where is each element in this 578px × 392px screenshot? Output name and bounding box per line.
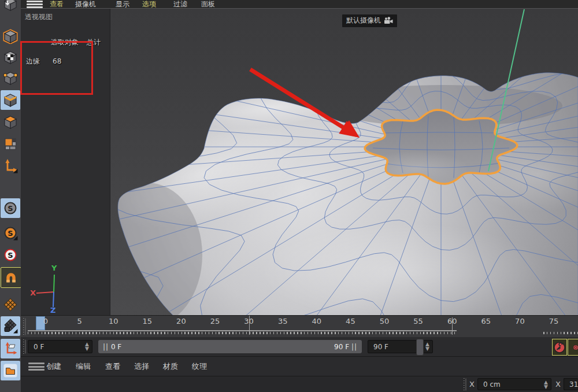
texture-mode-icon[interactable] <box>1 47 20 67</box>
material-menu-item[interactable]: 材质 <box>163 361 178 372</box>
axis-x-label: X <box>30 289 36 297</box>
timeline-tick-label: 45 <box>346 317 355 326</box>
viewport-3d[interactable]: 透视视图 选取对象总计 边缘68 默认摄像机 X Y Z <box>21 8 578 316</box>
make-editable-icon[interactable] <box>1 0 20 14</box>
coord-x-value: 0 cm <box>483 380 501 389</box>
axis-z-label: Z <box>50 306 55 313</box>
svg-text:S: S <box>8 204 13 213</box>
timeline-tick-label: 20 <box>176 317 186 326</box>
material-menu-item[interactable]: 创建 <box>46 361 61 372</box>
polygons-mode-icon[interactable] <box>1 112 20 132</box>
camera-badge[interactable]: 默认摄像机 <box>342 14 397 27</box>
material-menu-item[interactable]: 编辑 <box>76 361 91 372</box>
material-menu-item[interactable]: 选择 <box>134 361 149 372</box>
range-drag-handle[interactable] <box>23 339 24 354</box>
range-bar-right: 90 F || <box>334 343 357 351</box>
camera-icon <box>384 17 394 24</box>
model-mode-icon[interactable] <box>1 27 20 46</box>
uv-mode-icon[interactable] <box>1 134 20 154</box>
range-end-value: 90 F <box>373 343 388 351</box>
workplane-lock-icon[interactable] <box>1 316 20 336</box>
viewport-menu-item[interactable]: 显示 <box>116 0 129 8</box>
timeline-drag-handle[interactable] <box>23 318 24 335</box>
timeline-tick-label: 35 <box>278 317 288 326</box>
points-mode-icon[interactable] <box>1 68 20 88</box>
material-menu-hamburger-icon[interactable] <box>28 363 45 371</box>
ruler-ticks <box>28 332 457 334</box>
timeline-ruler[interactable]: 051015202530354045505560657075 <box>21 315 578 338</box>
viewport-menu-item[interactable]: 选项 <box>142 0 156 8</box>
content-browser-folder-icon[interactable] <box>1 361 20 380</box>
record-key-icon <box>553 341 566 354</box>
workplane-grid-icon[interactable] <box>1 295 20 315</box>
timeline-marker-line <box>249 316 250 335</box>
svg-text:S: S <box>8 229 13 238</box>
c4d-window: SSS 查看摄像机显示选项过滤面板 透视视图 选取对象总计 边缘68 默认摄像机 <box>0 0 578 392</box>
range-start-value: 0 F <box>34 343 44 351</box>
camera-badge-label: 默认摄像机 <box>346 16 381 25</box>
viewport-menu-bar: 查看摄像机显示选项过滤面板 <box>21 0 578 8</box>
record-keyframe-button-2[interactable] <box>568 339 578 356</box>
viewport-menu-item[interactable]: 摄像机 <box>75 0 96 8</box>
view-label: 透视视图 <box>25 12 53 22</box>
coord-x2-label: X <box>555 380 561 389</box>
viewport-menu-item[interactable]: 查看 <box>50 0 64 8</box>
timeline-marker-line <box>452 317 453 335</box>
workplane-axis-icon[interactable] <box>1 156 20 176</box>
coord-x-field[interactable]: 0 cm ▲▼ <box>477 378 551 390</box>
snap-s-disabled-icon[interactable]: S <box>1 245 20 265</box>
axis-y-label: Y <box>51 264 57 272</box>
ruler-baseline <box>28 330 457 331</box>
workplane-planar-icon[interactable] <box>1 339 20 358</box>
axis-gizmo: X Y Z <box>27 260 79 313</box>
timeline-tick-label: 0 <box>43 317 48 326</box>
ruler-ticks-right <box>543 332 578 334</box>
coordinates-bar: X 0 cm ▲▼ X 31 <box>21 376 578 392</box>
snap-magnet-icon[interactable] <box>1 267 21 288</box>
svg-text:S: S <box>8 251 13 260</box>
coord-x-label: X <box>469 380 475 389</box>
timeline-tick-label: 15 <box>143 317 153 326</box>
spinner-arrows-icon[interactable]: ▲▼ <box>544 380 548 389</box>
timeline-tick-label: 25 <box>210 317 220 326</box>
left-toolbar: SSS <box>0 0 21 392</box>
timeline-tick-label: 50 <box>380 317 390 326</box>
timeline-range-row: 0 F ▲▼ || 0 F 90 F || 90 F ▲▼ <box>21 337 578 356</box>
mesh-wireframe-svg <box>110 9 578 316</box>
snap-s-render-icon[interactable]: S <box>1 223 20 243</box>
record-icon-clipped <box>573 341 578 354</box>
material-menu-item[interactable]: 纹理 <box>192 361 207 372</box>
timeline-tick-label: 70 <box>515 317 525 326</box>
timeline-tick-label: 65 <box>481 317 491 326</box>
material-menu-bar: 创建编辑查看选择材质纹理 <box>21 356 578 376</box>
timeline-tick-label: 55 <box>413 317 423 326</box>
range-start-spinner[interactable]: 0 F ▲▼ <box>28 340 92 353</box>
spinner-arrows-icon[interactable]: ▲▼ <box>425 342 429 351</box>
spinner-arrows-icon[interactable]: ▲▼ <box>85 342 89 351</box>
range-scroll-grip[interactable] <box>416 339 424 356</box>
snap-s-viewport-icon[interactable]: S <box>1 198 20 218</box>
timeline-tick-label: 5 <box>77 317 81 326</box>
viewport-menu-item[interactable]: 过滤 <box>173 0 187 8</box>
timeline-tick-label: 75 <box>549 317 559 326</box>
range-bar-left: || 0 F <box>103 343 121 351</box>
edges-mode-icon[interactable] <box>1 90 20 110</box>
coord-x2-field[interactable]: 31 <box>564 378 578 390</box>
timeline-tick-label: 40 <box>312 317 322 326</box>
viewport-menu-hamburger-icon[interactable] <box>27 1 43 8</box>
record-keyframe-button[interactable] <box>552 339 567 356</box>
viewport-menu-item[interactable]: 面板 <box>201 0 215 8</box>
coords-drag-handle[interactable] <box>464 378 465 391</box>
coord-x2-value: 31 <box>569 380 578 389</box>
timeline-tick-label: 10 <box>109 317 118 326</box>
annotation-rectangle <box>20 41 93 95</box>
preview-range-bar[interactable]: || 0 F 90 F || <box>98 340 362 353</box>
material-menu-item[interactable]: 查看 <box>105 361 120 372</box>
